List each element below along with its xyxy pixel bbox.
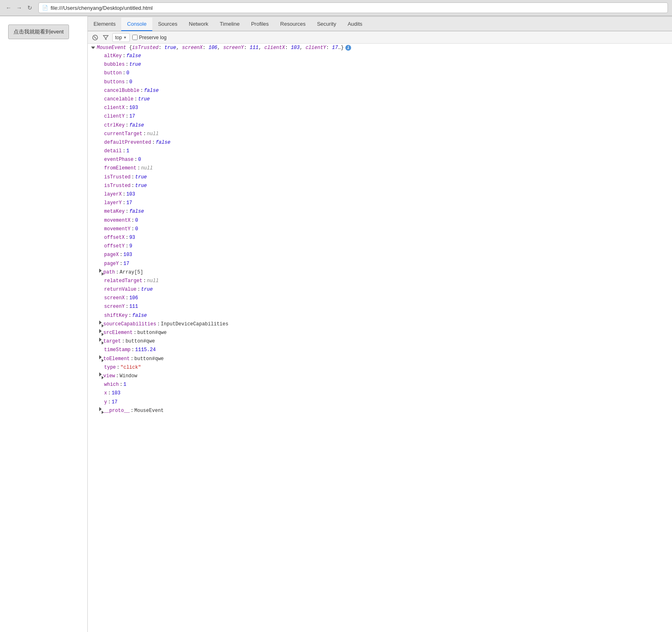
expand-arrow-icon[interactable] (99, 320, 102, 325)
back-button[interactable]: ← (4, 3, 13, 12)
prop-line[interactable]: toElement: button#qwe (88, 355, 672, 363)
browser-chrome: ← → ↻ 📄 file:///Users/chenyang/Desktop/u… (0, 0, 672, 16)
prop-line: button: 0 (88, 69, 672, 78)
prop-line: detail: 1 (88, 147, 672, 156)
prop-line: clientY: 17 (88, 112, 672, 121)
prop-line: y: 17 (88, 398, 672, 407)
clear-console-button[interactable] (91, 33, 99, 42)
prop-line[interactable]: view: Window (88, 372, 672, 381)
prop-line: cancelBubble: false (88, 87, 672, 95)
prop-line: shiftKey: false (88, 312, 672, 320)
level-filter-dropdown[interactable]: top ▼ (112, 33, 130, 42)
prop-line: fromElement: null (88, 164, 672, 173)
prop-line: screenY: 111 (88, 303, 672, 311)
tab-resources[interactable]: Resources (274, 18, 311, 31)
devtools-tabs: Elements Console Sources Network Timelin… (88, 17, 672, 31)
prop-line: layerY: 17 (88, 199, 672, 207)
prop-line: bubbles: true (88, 60, 672, 69)
prop-line[interactable]: target: button#qwe (88, 337, 672, 346)
prop-line: timeStamp: 1115.24 (88, 346, 672, 354)
demo-button[interactable]: 点击我就能看到event (8, 24, 69, 39)
prop-line[interactable]: sourceCapabilities: InputDeviceCapabilit… (88, 320, 672, 329)
expand-arrow-icon[interactable] (99, 407, 102, 411)
prop-line[interactable]: path: Array[5] (88, 268, 672, 277)
tab-elements[interactable]: Elements (88, 18, 121, 31)
prop-line: type: "click" (88, 363, 672, 372)
prop-line: layerX: 103 (88, 190, 672, 199)
prop-line: movementX: 0 (88, 216, 672, 225)
level-filter-label: top (115, 35, 122, 40)
prop-line: pageY: 17 (88, 260, 672, 268)
svg-line-1 (94, 36, 96, 39)
main-layout: 点击我就能看到event Elements Console Sources Ne… (0, 16, 672, 632)
prop-line: returnValue: true (88, 285, 672, 294)
refresh-button[interactable]: ↻ (25, 3, 34, 12)
prop-line: clientX: 103 (88, 104, 672, 112)
prop-line: pageX: 103 (88, 251, 672, 259)
mouse-event-header[interactable]: MouseEvent { isTrusted : true , screenX … (88, 44, 672, 52)
console-output: MouseEvent { isTrusted : true , screenX … (88, 44, 672, 632)
tab-network[interactable]: Network (183, 18, 214, 31)
prop-line: altKey: false (88, 52, 672, 60)
webpage-pane: 点击我就能看到event (0, 16, 88, 632)
event-type-label: MouseEvent (97, 45, 126, 51)
expand-collapse-icon[interactable] (91, 47, 95, 49)
devtools-panel: Elements Console Sources Network Timelin… (88, 16, 672, 632)
expand-arrow-icon[interactable] (99, 269, 102, 273)
expand-arrow-icon[interactable] (99, 355, 102, 359)
prop-line: defaultPrevented: false (88, 138, 672, 147)
expand-arrow-icon[interactable] (99, 372, 102, 376)
prop-lines: altKey: falsebubbles: truebutton: 0butto… (88, 52, 672, 415)
tab-security[interactable]: Security (311, 18, 342, 31)
preserve-log-label[interactable]: Preserve log (132, 35, 167, 40)
prop-line: offsetY: 9 (88, 242, 672, 251)
nav-buttons: ← → ↻ (4, 3, 34, 12)
expand-arrow-icon[interactable] (99, 338, 102, 342)
tab-audits[interactable]: Audits (342, 18, 368, 31)
prop-line: which: 1 (88, 381, 672, 389)
prop-line: screenX: 106 (88, 294, 672, 303)
browser-toolbar: ← → ↻ 📄 file:///Users/chenyang/Desktop/u… (0, 0, 672, 16)
console-toolbar: top ▼ Preserve log (88, 31, 672, 44)
info-icon: i (345, 45, 351, 51)
prop-line[interactable]: __proto__: MouseEvent (88, 407, 672, 415)
preserve-log-checkbox[interactable] (132, 35, 138, 40)
prop-line: currentTarget: null (88, 130, 672, 138)
prop-line: cancelable: true (88, 95, 672, 104)
tab-profiles[interactable]: Profiles (245, 18, 274, 31)
tab-console[interactable]: Console (121, 18, 152, 31)
prop-line: eventPhase: 0 (88, 156, 672, 164)
prop-line: relatedTarget: null (88, 277, 672, 285)
prop-line: offsetX: 93 (88, 234, 672, 242)
tab-sources[interactable]: Sources (152, 18, 183, 31)
prop-line: isTrusted: true (88, 173, 672, 182)
prop-line: ctrlKey: false (88, 121, 672, 130)
prop-line: metaKey: false (88, 207, 672, 216)
prop-line[interactable]: srcElement: button#qwe (88, 329, 672, 337)
preserve-log-text: Preserve log (139, 35, 167, 40)
address-bar[interactable]: 📄 file:///Users/chenyang/Desktop/untitle… (38, 2, 668, 13)
prop-line: isTrusted: true (88, 182, 672, 190)
tab-timeline[interactable]: Timeline (214, 18, 245, 31)
prop-line: x: 103 (88, 389, 672, 398)
prop-line: movementY: 0 (88, 225, 672, 234)
expand-arrow-icon[interactable] (99, 329, 102, 333)
forward-button[interactable]: → (15, 3, 24, 12)
prop-line: buttons: 0 (88, 78, 672, 87)
chevron-down-icon: ▼ (123, 36, 127, 40)
address-text: file:///Users/chenyang/Desktop/untitled.… (51, 5, 153, 11)
filter-button[interactable] (102, 33, 110, 42)
